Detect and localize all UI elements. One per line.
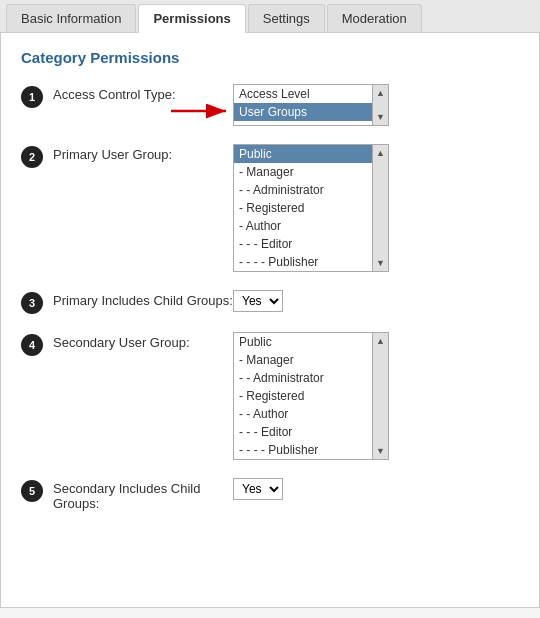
section-title: Category Permissions: [21, 49, 519, 66]
listbox-scrollbar-1[interactable]: ▲ ▼: [373, 84, 389, 126]
listbox-scrollbar-4[interactable]: ▲ ▼: [373, 332, 389, 460]
listbox-item-superusers-secondary[interactable]: - Super Users: [234, 459, 372, 460]
primary-user-group-control: Public - Manager - - Administrator - Reg…: [233, 144, 519, 272]
label-secondary-user-group: Secondary User Group:: [53, 332, 233, 350]
listbox-item-administrator-secondary[interactable]: - - Administrator: [234, 369, 372, 387]
access-control-type-control: Access Level User Groups ▲ ▼: [233, 84, 519, 126]
listbox-scrollbar-2[interactable]: ▲ ▼: [373, 144, 389, 272]
listbox-item-manager-secondary[interactable]: - Manager: [234, 351, 372, 369]
step-badge-5: 5: [21, 480, 43, 502]
secondary-user-group-listbox-wrapper: Public - Manager - - Administrator - Reg…: [233, 332, 389, 460]
label-primary-includes-child-groups: Primary Includes Child Groups:: [53, 290, 233, 308]
tab-settings[interactable]: Settings: [248, 4, 325, 32]
tab-moderation[interactable]: Moderation: [327, 4, 422, 32]
listbox-item-author-secondary[interactable]: - - Author: [234, 405, 372, 423]
content-area: Category Permissions 1 Access Control Ty…: [0, 33, 540, 608]
listbox-item-publisher-secondary[interactable]: - - - - Publisher: [234, 441, 372, 459]
listbox-item-author-primary[interactable]: - Author: [234, 217, 372, 235]
step-badge-3: 3: [21, 292, 43, 314]
listbox-item-access-level[interactable]: Access Level: [234, 85, 372, 103]
row-secondary-includes-child-groups: 5 Secondary Includes Child Groups: Yes N…: [21, 478, 519, 511]
scrollbar-up-4[interactable]: ▲: [373, 333, 388, 349]
secondary-includes-child-groups-control: Yes No: [233, 478, 519, 500]
listbox-item-registered-secondary[interactable]: - Registered: [234, 387, 372, 405]
step-badge-4: 4: [21, 334, 43, 356]
secondary-user-group-control: Public - Manager - - Administrator - Reg…: [233, 332, 519, 460]
primary-includes-child-groups-select[interactable]: Yes No: [233, 290, 283, 312]
listbox-item-editor-primary[interactable]: - - - Editor: [234, 235, 372, 253]
step-badge-2: 2: [21, 146, 43, 168]
secondary-includes-child-groups-select[interactable]: Yes No: [233, 478, 283, 500]
listbox-item-publisher-primary[interactable]: - - - - Publisher: [234, 253, 372, 271]
row-access-control-type: 1 Access Control Type: Access Level User…: [21, 84, 519, 126]
label-primary-user-group: Primary User Group:: [53, 144, 233, 162]
row-primary-user-group: 2 Primary User Group: Public - Manager -…: [21, 144, 519, 272]
primary-includes-child-groups-control: Yes No: [233, 290, 519, 312]
scrollbar-down-1[interactable]: ▼: [373, 109, 388, 125]
tab-basic-information[interactable]: Basic Information: [6, 4, 136, 32]
listbox-item-editor-secondary[interactable]: - - - Editor: [234, 423, 372, 441]
listbox-item-manager-primary[interactable]: - Manager: [234, 163, 372, 181]
listbox-item-superusers-primary[interactable]: - Super Users: [234, 271, 372, 272]
scrollbar-down-4[interactable]: ▼: [373, 443, 388, 459]
listbox-item-public-primary[interactable]: Public: [234, 145, 372, 163]
step-badge-1: 1: [21, 86, 43, 108]
listbox-item-public-secondary[interactable]: Public: [234, 333, 372, 351]
scrollbar-up-1[interactable]: ▲: [373, 85, 388, 101]
access-control-type-listbox[interactable]: Access Level User Groups: [233, 84, 373, 126]
secondary-user-group-listbox[interactable]: Public - Manager - - Administrator - Reg…: [233, 332, 373, 460]
row-secondary-user-group: 4 Secondary User Group: Public - Manager…: [21, 332, 519, 460]
scrollbar-up-2[interactable]: ▲: [373, 145, 388, 161]
primary-user-group-listbox-wrapper: Public - Manager - - Administrator - Reg…: [233, 144, 389, 272]
access-control-type-listbox-wrapper: Access Level User Groups ▲ ▼: [233, 84, 389, 126]
row-primary-includes-child-groups: 3 Primary Includes Child Groups: Yes No: [21, 290, 519, 314]
primary-user-group-listbox[interactable]: Public - Manager - - Administrator - Reg…: [233, 144, 373, 272]
scrollbar-down-2[interactable]: ▼: [373, 255, 388, 271]
listbox-item-administrator-primary[interactable]: - - Administrator: [234, 181, 372, 199]
label-secondary-includes-child-groups: Secondary Includes Child Groups:: [53, 478, 233, 511]
listbox-item-registered-primary[interactable]: - Registered: [234, 199, 372, 217]
red-arrow-annotation: [171, 100, 231, 122]
listbox-item-user-groups[interactable]: User Groups: [234, 103, 372, 121]
tabs-bar: Basic Information Permissions Settings M…: [0, 0, 540, 33]
tab-permissions[interactable]: Permissions: [138, 4, 245, 33]
